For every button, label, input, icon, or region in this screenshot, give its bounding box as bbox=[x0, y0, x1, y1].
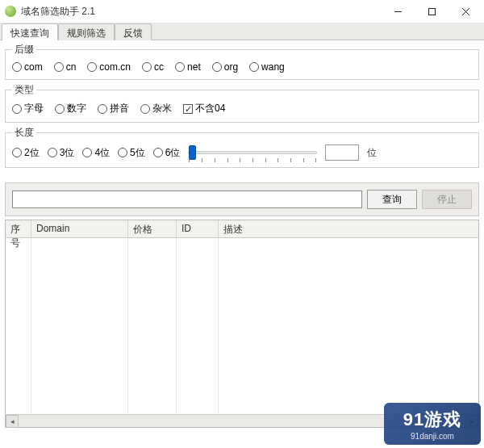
radio-icon bbox=[249, 62, 259, 72]
option-label: wang bbox=[261, 61, 285, 73]
radio-icon bbox=[12, 104, 22, 114]
option-label: net bbox=[187, 61, 201, 73]
radio-icon bbox=[212, 62, 222, 72]
col-price[interactable]: 价格 bbox=[128, 220, 177, 237]
type-option-mixed[interactable]: 杂米 bbox=[140, 102, 172, 115]
suffix-legend: 后缀 bbox=[12, 43, 36, 57]
tab-label: 规则筛选 bbox=[67, 27, 106, 39]
watermark-title: 91游戏 bbox=[403, 408, 461, 432]
radio-icon bbox=[153, 148, 163, 157]
type-exclude-04-checkbox[interactable]: 不含04 bbox=[183, 102, 225, 115]
length-option-6[interactable]: 6位 bbox=[153, 146, 181, 160]
query-bar: 查询 停止 bbox=[5, 182, 479, 216]
suffix-option-cn[interactable]: cn bbox=[54, 61, 77, 73]
option-label: 3位 bbox=[60, 146, 75, 160]
length-option-2[interactable]: 2位 bbox=[12, 146, 40, 160]
app-icon bbox=[5, 6, 16, 17]
option-label: 拼音 bbox=[110, 102, 129, 115]
radio-icon bbox=[175, 62, 185, 72]
slider-ticks bbox=[189, 158, 316, 163]
checkbox-icon bbox=[183, 104, 193, 114]
col-label: 描述 bbox=[223, 224, 243, 235]
title-bar: 域名筛选助手 2.1 bbox=[0, 0, 484, 23]
results-grid: 序号 Domain 价格 ID 描述 ◂ ▸ bbox=[5, 220, 479, 428]
svg-rect-1 bbox=[428, 8, 435, 15]
length-slider[interactable] bbox=[188, 151, 317, 154]
option-label: 数字 bbox=[67, 102, 86, 115]
watermark-badge: 91游戏 91danji.com bbox=[384, 403, 481, 445]
radio-icon bbox=[142, 62, 152, 72]
col-id[interactable]: ID bbox=[177, 220, 219, 237]
length-legend: 长度 bbox=[12, 126, 36, 140]
grid-body bbox=[6, 238, 478, 414]
col-label: 序号 bbox=[10, 224, 20, 249]
radio-icon bbox=[140, 104, 150, 114]
stop-button[interactable]: 停止 bbox=[422, 190, 472, 209]
tab-bar: 快速查询 规则筛选 反馈 bbox=[0, 23, 484, 40]
tab-content: 后缀 com cn com.cn cc net org wang 类型 字母 数… bbox=[0, 40, 484, 176]
option-label: 4位 bbox=[94, 146, 110, 160]
suffix-option-wang[interactable]: wang bbox=[249, 61, 285, 73]
length-options: 2位 3位 4位 5位 6位 位 bbox=[12, 143, 472, 161]
type-group: 类型 字母 数字 拼音 杂米 不含04 bbox=[5, 83, 479, 123]
option-label: cc bbox=[154, 61, 164, 73]
length-option-5[interactable]: 5位 bbox=[118, 146, 145, 160]
suffix-option-net[interactable]: net bbox=[175, 61, 201, 73]
option-label: cn bbox=[66, 61, 77, 73]
length-value-input[interactable] bbox=[325, 144, 359, 161]
type-options: 字母 数字 拼音 杂米 不含04 bbox=[12, 100, 472, 115]
tab-feedback[interactable]: 反馈 bbox=[115, 23, 152, 40]
col-label: ID bbox=[182, 223, 191, 234]
option-label: 6位 bbox=[165, 146, 181, 160]
option-label: 杂米 bbox=[152, 102, 172, 115]
window-controls bbox=[381, 1, 482, 22]
radio-icon bbox=[55, 104, 65, 114]
type-option-pinyin[interactable]: 拼音 bbox=[98, 102, 129, 115]
maximize-button[interactable] bbox=[415, 1, 449, 22]
col-label: Domain bbox=[36, 223, 69, 234]
length-unit: 位 bbox=[367, 146, 377, 160]
option-label: 字母 bbox=[24, 102, 44, 115]
suffix-option-org[interactable]: org bbox=[212, 61, 238, 73]
button-label: 停止 bbox=[437, 193, 457, 207]
radio-icon bbox=[82, 148, 92, 157]
col-label: 价格 bbox=[133, 224, 152, 235]
tab-label: 快速查询 bbox=[10, 27, 49, 39]
close-button[interactable] bbox=[449, 1, 482, 22]
type-option-numbers[interactable]: 数字 bbox=[55, 102, 86, 115]
scroll-left-icon[interactable]: ◂ bbox=[6, 415, 19, 428]
type-option-letters[interactable]: 字母 bbox=[12, 102, 44, 115]
option-label: 不含04 bbox=[195, 102, 225, 115]
suffix-option-cc[interactable]: cc bbox=[142, 61, 164, 73]
suffix-option-com[interactable]: com bbox=[12, 61, 43, 73]
suffix-option-comcn[interactable]: com.cn bbox=[87, 61, 131, 73]
radio-icon bbox=[87, 62, 97, 72]
tab-rule-filter[interactable]: 规则筛选 bbox=[58, 23, 115, 40]
option-label: org bbox=[224, 61, 238, 73]
tab-quick-query[interactable]: 快速查询 bbox=[2, 23, 58, 40]
tab-label: 反馈 bbox=[123, 27, 143, 39]
minimize-button[interactable] bbox=[381, 1, 415, 22]
col-seq[interactable]: 序号 bbox=[6, 220, 31, 237]
query-input[interactable] bbox=[12, 191, 362, 208]
query-button[interactable]: 查询 bbox=[367, 190, 417, 209]
radio-icon bbox=[12, 62, 22, 72]
grid-header: 序号 Domain 价格 ID 描述 bbox=[6, 220, 478, 238]
suffix-options: com cn com.cn cc net org wang bbox=[12, 60, 472, 73]
length-option-4[interactable]: 4位 bbox=[82, 146, 110, 160]
length-group: 长度 2位 3位 4位 5位 6位 位 bbox=[5, 126, 479, 168]
suffix-group: 后缀 com cn com.cn cc net org wang bbox=[5, 43, 479, 80]
type-legend: 类型 bbox=[12, 83, 36, 97]
length-option-3[interactable]: 3位 bbox=[48, 146, 75, 160]
option-label: com bbox=[24, 61, 43, 73]
col-domain[interactable]: Domain bbox=[31, 220, 128, 237]
radio-icon bbox=[12, 148, 22, 157]
window-title: 域名筛选助手 2.1 bbox=[21, 5, 381, 19]
button-label: 查询 bbox=[382, 193, 402, 207]
col-desc[interactable]: 描述 bbox=[219, 220, 478, 237]
radio-icon bbox=[118, 148, 127, 157]
radio-icon bbox=[98, 104, 107, 114]
radio-icon bbox=[48, 148, 57, 157]
watermark-url: 91danji.com bbox=[411, 432, 454, 441]
option-label: com.cn bbox=[99, 61, 131, 73]
